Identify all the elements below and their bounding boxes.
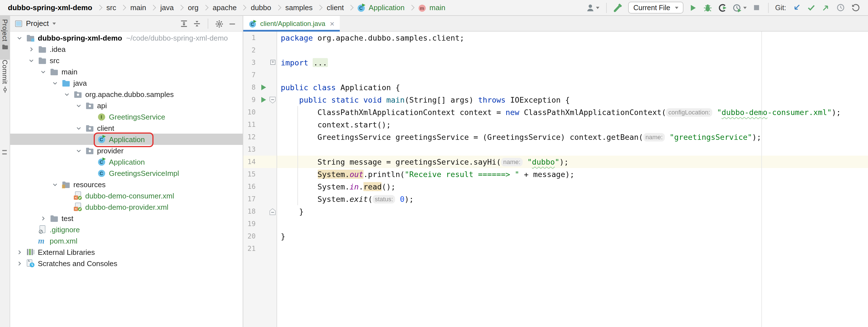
run-with-coverage-button[interactable] <box>718 3 727 12</box>
tree-item-greetingsservice[interactable]: IGreetingsService <box>10 111 243 122</box>
tree-item-dubbo-demo-consumer-xml[interactable]: <dubbo-demo-consumer.xml <box>10 190 243 201</box>
tree-item-src[interactable]: src <box>10 55 243 66</box>
tree-item-scratches-and-consoles[interactable]: Scratches and Consoles <box>10 258 243 269</box>
code-line[interactable]: 10 ClassPathXmlApplicationContext contex… <box>243 106 868 119</box>
chevron-down-icon[interactable] <box>27 56 35 64</box>
chevron-down-icon[interactable] <box>51 79 59 87</box>
tree-item-java[interactable]: java <box>10 77 243 89</box>
debug-button[interactable] <box>703 3 713 12</box>
tree-item-api[interactable]: api <box>10 100 243 111</box>
code-line[interactable]: 20} <box>243 230 868 242</box>
breadcrumb-item[interactable]: dubbo <box>250 3 272 12</box>
breadcrumb-item[interactable]: mmain <box>417 3 446 12</box>
parameter-hint-inlay[interactable]: name: <box>643 133 665 141</box>
breadcrumb-item[interactable]: java <box>159 3 175 12</box>
breadcrumb-item[interactable]: client <box>326 3 345 12</box>
code-line[interactable]: 13 <box>243 143 868 156</box>
code-line[interactable]: 7 <box>243 69 868 81</box>
code-line[interactable]: 11 context.start(); <box>243 119 868 131</box>
run-gutter-icon[interactable] <box>261 97 267 103</box>
chevron-down-icon[interactable] <box>15 34 23 42</box>
tree-item-test[interactable]: test <box>10 212 243 224</box>
run-gutter-icon[interactable] <box>261 85 267 90</box>
tree-item--idea[interactable]: .idea <box>10 43 243 55</box>
breadcrumb-item[interactable]: CApplication <box>357 3 406 12</box>
code-line[interactable]: 16 System.in.read(); <box>243 181 868 193</box>
tree-item-dubbo-demo-provider-xml[interactable]: <dubbo-demo-provider.xml <box>10 201 243 212</box>
project-view-caret[interactable] <box>53 22 56 25</box>
fold-expand-icon[interactable]: + <box>270 60 275 65</box>
chevron-down-icon[interactable] <box>74 101 83 109</box>
code-line[interactable]: 8public class Application { <box>243 81 868 94</box>
parameter-hint-inlay[interactable]: name: <box>501 158 523 166</box>
tree-item--gitignore[interactable]: .gitignore <box>10 224 243 235</box>
parameter-hint-inlay[interactable]: configLocation: <box>666 108 713 117</box>
tab-close-icon[interactable]: × <box>330 21 334 27</box>
code-line[interactable]: 3+import ... <box>243 56 868 69</box>
tree-item-client[interactable]: client <box>10 122 243 134</box>
git-commit-button[interactable] <box>806 3 816 12</box>
collapse-all-icon[interactable] <box>193 20 201 28</box>
project-view-selector[interactable]: Project <box>26 19 49 28</box>
tree-item-external-libraries[interactable]: External Libraries <box>10 247 243 258</box>
git-update-button[interactable] <box>792 3 801 12</box>
folded-code-placeholder[interactable]: ... <box>313 58 328 67</box>
chevron-down-icon[interactable] <box>51 181 59 188</box>
parameter-hint-inlay[interactable]: status: <box>372 195 395 203</box>
settings-gear-icon[interactable] <box>215 20 223 28</box>
tree-item-greetingsserviceimpl[interactable]: CGreetingsServiceImpl <box>10 167 243 179</box>
run-button[interactable] <box>688 3 698 12</box>
code-line[interactable]: 17 System.exit(status: 0); <box>243 193 868 205</box>
breadcrumb-item[interactable]: dubbo-spring-xml-demo <box>7 3 93 12</box>
chevron-right-icon[interactable] <box>27 45 35 53</box>
chevron-right-icon[interactable] <box>15 248 23 256</box>
chevron-down-icon[interactable] <box>63 90 70 98</box>
breadcrumb-item[interactable]: org <box>187 3 200 12</box>
tree-item-provider[interactable]: provider <box>10 145 243 156</box>
code-editor[interactable]: 1package org.apache.dubbo.samples.client… <box>243 32 868 327</box>
git-push-button[interactable] <box>821 3 831 12</box>
fold-end-handle-icon[interactable] <box>269 208 276 216</box>
chevron-down-icon[interactable] <box>74 124 83 132</box>
code-line[interactable]: 1package org.apache.dubbo.samples.client… <box>243 32 868 44</box>
run-configuration-selector[interactable]: Current File <box>628 2 683 13</box>
tree-item-dubbo-spring-xml-demo[interactable]: dubbo-spring-xml-demo~/code/dubbo-spring… <box>10 32 243 43</box>
fold-start-handle-icon[interactable] <box>269 96 276 104</box>
chevron-right-icon[interactable] <box>15 259 23 267</box>
code-line[interactable]: 15 System.out.println("Receive result ==… <box>243 168 868 181</box>
editor-tab-active[interactable]: C client/Application.java × <box>243 16 339 32</box>
stripe-tab-project[interactable]: Project <box>0 16 9 60</box>
user-account-icon[interactable] <box>586 3 600 12</box>
chevron-down-icon[interactable] <box>39 68 47 75</box>
breadcrumb-item[interactable]: apache <box>211 3 238 12</box>
stripe-tab-commit[interactable]: Commit <box>0 56 9 99</box>
rollback-icon[interactable] <box>850 3 860 12</box>
code-line[interactable]: 18 } <box>243 205 868 218</box>
code-line[interactable]: 9 public static void main(String[] args)… <box>243 94 868 106</box>
tree-item-org-apache-dubbo-samples[interactable]: org.apache.dubbo.samples <box>10 89 243 100</box>
profiler-button[interactable] <box>732 3 746 12</box>
tree-item-pom-xml[interactable]: mpom.xml <box>10 235 243 247</box>
expand-all-icon[interactable] <box>180 20 188 28</box>
code-line[interactable]: 19 <box>243 218 868 230</box>
tree-item-main[interactable]: main <box>10 66 243 77</box>
breadcrumb-item[interactable]: src <box>105 3 117 12</box>
chevron-spacer <box>86 135 94 143</box>
tree-item-application[interactable]: CApplication <box>10 156 243 167</box>
history-clock-icon[interactable] <box>836 3 845 12</box>
code-line[interactable]: 12 GreetingsService greetingsService = (… <box>243 131 868 143</box>
code-line-current[interactable]: 14 String message = greetingsService.say… <box>243 156 868 168</box>
breadcrumb-item[interactable]: samples <box>284 3 314 12</box>
build-hammer-icon[interactable] <box>614 3 623 12</box>
svg-text:m: m <box>38 236 44 245</box>
stop-button[interactable] <box>751 3 761 12</box>
breadcrumb-item[interactable]: main <box>129 3 147 12</box>
code-line[interactable]: 2 <box>243 44 868 56</box>
chevron-down-icon[interactable] <box>74 146 83 155</box>
tree-item-resources[interactable]: resources <box>10 179 243 190</box>
hide-panel-icon[interactable] <box>228 20 236 27</box>
chevron-right-icon[interactable] <box>39 214 47 222</box>
commit-icon <box>1 86 8 93</box>
code-line[interactable]: 21 <box>243 242 868 255</box>
tree-item-application[interactable]: CApplication <box>10 134 243 145</box>
